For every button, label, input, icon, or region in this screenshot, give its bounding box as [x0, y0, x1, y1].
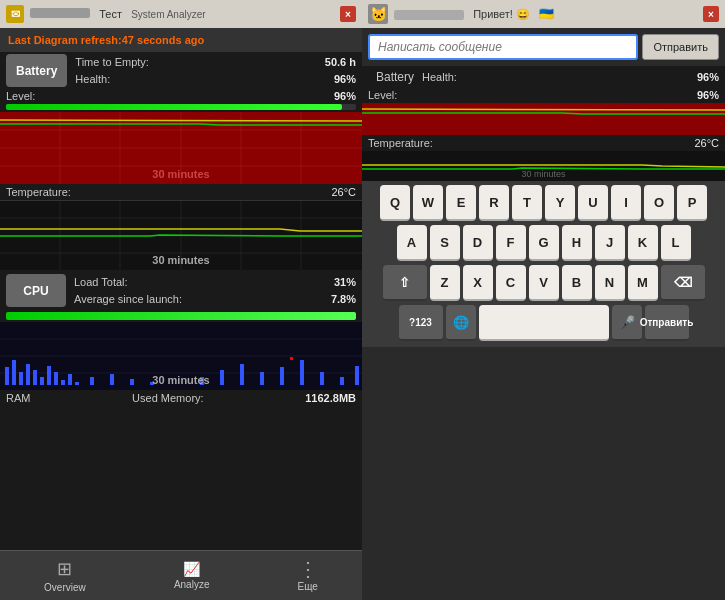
used-memory-value: 1162.8MB: [305, 392, 356, 404]
mic-key[interactable]: 🎤: [612, 305, 642, 341]
battery-level-bar: [6, 104, 356, 110]
refresh-time: 47 seconds ago: [122, 34, 205, 46]
svg-rect-44: [340, 377, 344, 385]
svg-rect-46: [290, 357, 293, 360]
key-k[interactable]: K: [628, 225, 658, 261]
globe-key[interactable]: 🌐: [446, 305, 476, 341]
key-r[interactable]: R: [479, 185, 509, 221]
keyboard-row-3: ⇧ Z X C V B N M ⌫: [364, 265, 723, 301]
key-v[interactable]: V: [529, 265, 559, 301]
used-memory-label: Used Memory:: [132, 392, 204, 404]
app-name-label: System Analyzer: [131, 9, 205, 20]
svg-rect-26: [33, 370, 37, 385]
level-label: Level:: [6, 90, 35, 102]
keyboard-row-1: Q W E R T Y U I O P: [364, 185, 723, 221]
key-y[interactable]: Y: [545, 185, 575, 221]
nav-analyze[interactable]: 📈 Analyze: [174, 561, 210, 590]
svg-rect-35: [130, 379, 134, 385]
svg-rect-25: [26, 364, 30, 385]
svg-rect-24: [19, 372, 23, 385]
message-input-area: Отправить: [362, 28, 725, 66]
right-level-container: Level: 96%: [362, 88, 725, 103]
app-subtitle: Тест: [99, 8, 122, 20]
message-input[interactable]: [368, 34, 638, 60]
battery-badge: Battery: [6, 54, 67, 87]
space-key[interactable]: [479, 305, 609, 341]
key-n[interactable]: N: [595, 265, 625, 301]
key-w[interactable]: W: [413, 185, 443, 221]
send-button[interactable]: Отправить: [642, 34, 719, 60]
battery-header: Battery Time to Empty: 50.6 h Health: 96…: [0, 52, 362, 89]
svg-rect-39: [240, 364, 244, 385]
battery-level-row: Level: 96%: [6, 90, 356, 102]
key-t[interactable]: T: [512, 185, 542, 221]
nav-overview[interactable]: ⊞ Overview: [44, 558, 86, 593]
key-f[interactable]: F: [496, 225, 526, 261]
key-m[interactable]: M: [628, 265, 658, 301]
battery-level-fill: [6, 104, 342, 110]
numbers-key[interactable]: ?123: [399, 305, 443, 341]
analyze-icon: 📈: [183, 561, 200, 577]
cpu-load-row: Load Total: 31%: [74, 274, 356, 291]
refresh-bar: Last Diagram refresh: 47 seconds ago: [0, 28, 362, 52]
key-o[interactable]: O: [644, 185, 674, 221]
svg-rect-41: [280, 367, 284, 385]
battery-level-container: Level: 96%: [0, 89, 362, 112]
key-j[interactable]: J: [595, 225, 625, 261]
right-battery-info: Health: 96%: [422, 68, 719, 86]
ram-label: RAM: [6, 392, 30, 404]
key-b[interactable]: B: [562, 265, 592, 301]
svg-rect-27: [40, 377, 44, 385]
key-q[interactable]: Q: [380, 185, 410, 221]
key-x[interactable]: X: [463, 265, 493, 301]
right-level-row: Level: 96%: [368, 89, 719, 101]
svg-rect-28: [47, 366, 51, 385]
key-d[interactable]: D: [463, 225, 493, 261]
cpu-header: CPU Load Total: 31% Average since launch…: [0, 272, 362, 309]
left-close-button[interactable]: ×: [340, 6, 356, 22]
key-g[interactable]: G: [529, 225, 559, 261]
key-i[interactable]: I: [611, 185, 641, 221]
right-close-button[interactable]: ×: [703, 6, 719, 22]
key-c[interactable]: C: [496, 265, 526, 301]
key-l[interactable]: L: [661, 225, 691, 261]
avg-label: Average since launch:: [74, 291, 182, 308]
key-p[interactable]: P: [677, 185, 707, 221]
right-health-value: 96%: [697, 69, 719, 86]
left-title-text: Тест System Analyzer: [30, 8, 334, 20]
svg-rect-47: [362, 103, 725, 135]
battery-info: Time to Empty: 50.6 h Health: 96%: [75, 54, 356, 87]
right-temp-value: 26°C: [694, 137, 719, 149]
battery-time-row: Time to Empty: 50.6 h: [75, 54, 356, 71]
right-battery-chart-svg: [362, 103, 725, 135]
key-h[interactable]: H: [562, 225, 592, 261]
right-health-row: Health: 96%: [422, 69, 719, 86]
key-u[interactable]: U: [578, 185, 608, 221]
cpu-level-fill: [6, 312, 356, 320]
keyboard-send-key[interactable]: Отправить: [645, 305, 689, 341]
cpu-level-container: [0, 309, 362, 322]
load-total-label: Load Total:: [74, 274, 128, 291]
delete-key[interactable]: ⌫: [661, 265, 705, 301]
cpu-badge: CPU: [6, 274, 66, 307]
shift-key[interactable]: ⇧: [383, 265, 427, 301]
refresh-prefix: Last Diagram refresh:: [8, 34, 122, 46]
svg-rect-29: [54, 372, 58, 385]
temp-label-row: Temperature: 26°C: [0, 184, 362, 200]
key-a[interactable]: A: [397, 225, 427, 261]
right-level-value: 96%: [697, 89, 719, 101]
load-total-value: 31%: [334, 274, 356, 291]
chat-avatar: 🐱: [368, 4, 388, 24]
right-panel: 🐱 Привет! 😄 🇺🇦 × Отправить Battery Healt…: [362, 0, 725, 600]
nav-more[interactable]: ⋮ Еще: [298, 559, 318, 592]
svg-rect-38: [220, 370, 224, 385]
key-e[interactable]: E: [446, 185, 476, 221]
svg-rect-30: [61, 380, 65, 385]
cpu-info: Load Total: 31% Average since launch: 7.…: [74, 274, 356, 307]
time-empty-value: 50.6 h: [325, 54, 356, 71]
left-title-bar: ✉ Тест System Analyzer ×: [0, 0, 362, 28]
right-temp-row: Temperature: 26°C: [362, 135, 725, 151]
key-z[interactable]: Z: [430, 265, 460, 301]
more-icon: ⋮: [298, 559, 318, 579]
key-s[interactable]: S: [430, 225, 460, 261]
